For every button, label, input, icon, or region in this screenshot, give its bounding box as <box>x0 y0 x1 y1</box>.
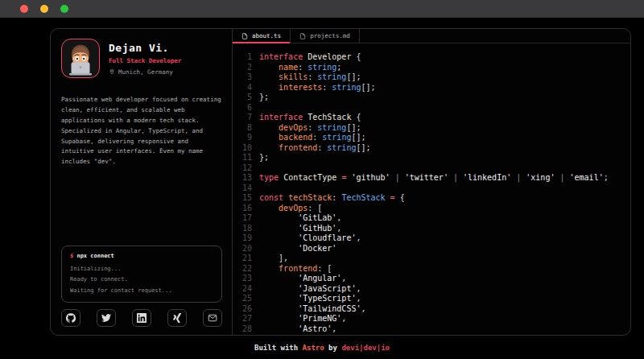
code-line: 4 interests: string[]; <box>238 83 630 93</box>
terminal-output: Initializing...Ready to connect.Waiting … <box>70 264 213 296</box>
github-icon <box>66 313 76 323</box>
code-text: 'TypeScript', <box>259 294 361 304</box>
code-line: 9 backend: string[]; <box>238 133 630 143</box>
code-text: devOps: string[]; <box>259 123 361 134</box>
social-links-row <box>61 309 222 327</box>
code-line: 21 ], <box>238 254 630 264</box>
code-text: 'TailwindCSS', <box>259 304 365 315</box>
tab-label: projects.md <box>310 32 350 39</box>
astro-link[interactable]: Astro <box>303 344 324 352</box>
line-number: 10 <box>238 143 252 154</box>
social-button-email[interactable] <box>203 309 222 327</box>
code-line: 12 <box>238 163 630 174</box>
profile-role: Full Stack Developer <box>109 57 181 64</box>
line-number: 5 <box>238 93 252 103</box>
terminal-output-line: Initializing... <box>70 264 213 274</box>
memoji-avatar-icon <box>62 39 99 77</box>
code-line: 19 'Cloudflare', <box>238 233 630 244</box>
line-number: 24 <box>238 284 252 295</box>
code-text: backend: string[]; <box>259 133 365 143</box>
map-pin-icon <box>109 68 115 75</box>
code-text: interface Developer { <box>259 52 361 63</box>
code-line: 18 'GitHub', <box>238 224 630 234</box>
code-text: skills: string[]; <box>259 72 361 83</box>
code-line: 26 'TailwindCSS', <box>238 304 630 315</box>
xing-icon <box>172 313 182 323</box>
profile-panel: Dejan Vi. Full Stack Developer Munich, G… <box>51 29 233 335</box>
code-line: 16 devOps: [ <box>238 204 630 214</box>
code-line: 8 devOps: string[]; <box>238 123 630 134</box>
code-line: 25 'TypeScript', <box>238 294 630 304</box>
code-area: 1interface Developer {2 name: string;3 s… <box>233 43 630 335</box>
line-number: 22 <box>238 264 252 274</box>
avatar <box>61 39 100 78</box>
line-number: 9 <box>238 133 252 143</box>
main-window-card: Dejan Vi. Full Stack Developer Munich, G… <box>50 28 631 336</box>
code-line: 27 'PrimeNG', <box>238 314 630 324</box>
brand-text[interactable]: devi|dev|io <box>341 344 390 352</box>
line-number: 17 <box>238 213 252 224</box>
social-button-xing[interactable] <box>167 309 187 327</box>
code-line: 23 'Angular', <box>238 274 630 284</box>
line-number: 3 <box>238 72 252 83</box>
code-line: 2 name: string; <box>238 63 630 73</box>
line-number: 12 <box>238 163 252 174</box>
code-line: 17 'GitLab', <box>238 213 630 224</box>
code-text: 'JavaScript', <box>259 284 361 295</box>
code-text: }; <box>259 153 269 163</box>
profile-location: Munich, Germany <box>109 68 181 76</box>
terminal-widget: $ npx connect Initializing...Ready to co… <box>61 246 222 303</box>
title-bar <box>0 0 644 18</box>
code-line: 13type ContactType = 'github' | 'twitter… <box>238 173 630 184</box>
close-button[interactable] <box>20 5 28 13</box>
code-line: 7interface TechStack { <box>238 113 630 123</box>
code-line: 22 frontend: [ <box>238 264 630 274</box>
profile-name: Dejan Vi. <box>109 42 181 54</box>
email-icon <box>208 313 217 323</box>
line-number: 26 <box>238 304 252 315</box>
line-number: 6 <box>238 103 252 113</box>
zoom-button[interactable] <box>60 5 68 13</box>
code-line: 5}; <box>238 93 630 103</box>
social-button-linkedin[interactable] <box>132 309 151 327</box>
code-line: 28 'Astro', <box>238 324 630 335</box>
code-text: }; <box>259 93 269 103</box>
line-number: 16 <box>238 204 252 214</box>
code-text: ], <box>259 254 288 264</box>
tab-label: about.ts <box>252 32 281 39</box>
code-text: interface TechStack { <box>259 113 361 123</box>
line-number: 8 <box>238 123 252 134</box>
line-number: 1 <box>238 52 252 63</box>
social-button-twitter[interactable] <box>97 309 116 327</box>
social-button-github[interactable] <box>61 309 80 327</box>
minimize-button[interactable] <box>40 5 48 13</box>
line-number: 4 <box>238 83 252 93</box>
line-number: 13 <box>238 173 252 184</box>
footer: Built with Astro by devi|dev|io <box>0 336 644 359</box>
code-text: 'PrimeNG', <box>259 314 346 324</box>
editor-tab-about-ts[interactable]: about.ts <box>233 29 291 43</box>
code-line: 3 skills: string[]; <box>238 72 630 83</box>
twitter-icon <box>101 313 111 323</box>
code-text: interests: string[]; <box>259 83 376 93</box>
line-number: 11 <box>238 153 252 163</box>
editor-tab-projects-md[interactable]: projects.md <box>291 29 360 43</box>
line-number: 23 <box>238 274 252 284</box>
terminal-command: $ npx connect <box>70 253 213 259</box>
code-line: 1interface Developer { <box>238 52 630 63</box>
tab-bar: about.tsprojects.md <box>233 29 630 43</box>
code-text: const techStack: TechStack = { <box>259 193 405 204</box>
line-number: 19 <box>238 233 252 244</box>
line-number: 28 <box>238 324 252 335</box>
file-icon <box>299 33 306 39</box>
line-number: 2 <box>238 63 252 73</box>
code-line: 20 'Docker' <box>238 244 630 254</box>
line-number: 18 <box>238 224 252 234</box>
code-text: 'Astro', <box>259 324 336 335</box>
code-line: 14 <box>238 184 630 194</box>
code-text: frontend: string[]; <box>259 143 371 154</box>
code-text: 'GitHub', <box>259 224 341 234</box>
code-text: 'GitLab', <box>259 213 341 224</box>
line-number: 25 <box>238 294 252 304</box>
code-text: 'Angular', <box>259 274 346 284</box>
